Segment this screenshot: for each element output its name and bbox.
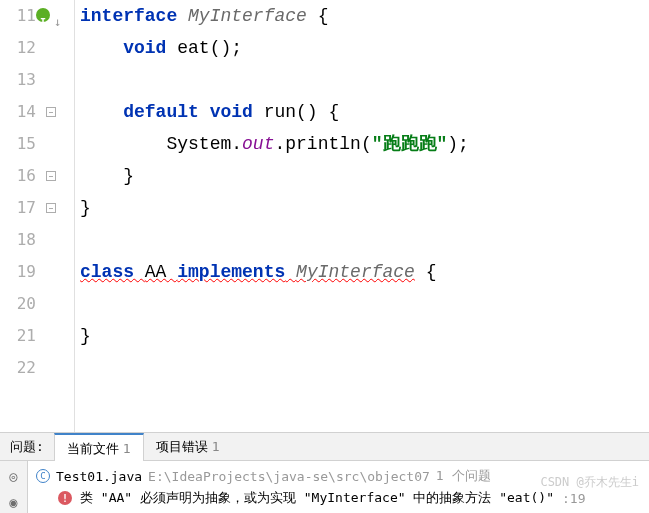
- problem-item[interactable]: ! 类 "AA" 必须声明为抽象，或为实现 "MyInterface" 中的抽象…: [36, 487, 641, 509]
- line-number: 14: [0, 96, 36, 128]
- eye-icon[interactable]: ◉: [5, 493, 23, 511]
- line-number: 20: [0, 288, 36, 320]
- problems-panel: 问题: 当前文件1 项目错误1 ◎ ◉ C Test01.java E:\Ide…: [0, 432, 649, 513]
- problems-label: 问题:: [0, 438, 54, 456]
- tab-project-errors[interactable]: 项目错误1: [144, 433, 232, 461]
- line-number: 13: [0, 64, 36, 96]
- file-name: Test01.java: [56, 469, 142, 484]
- line-number: 17: [0, 192, 36, 224]
- line-number: 19: [0, 256, 36, 288]
- error-location: :19: [562, 491, 585, 506]
- problem-file-row[interactable]: C Test01.java E:\IdeaProjects\java-se\sr…: [36, 465, 641, 487]
- problem-count: 1 个问题: [436, 467, 491, 485]
- target-icon[interactable]: ◎: [5, 467, 23, 485]
- gutter: 11↓ 12 13 14 15 16 17 18 19 20 21 22: [0, 0, 50, 432]
- tool-column: ◎ ◉: [0, 461, 28, 513]
- line-number: 18: [0, 224, 36, 256]
- code-editor[interactable]: 11↓ 12 13 14 15 16 17 18 19 20 21 22 int…: [0, 0, 649, 432]
- implements-icon[interactable]: [36, 8, 50, 22]
- problems-tabs: 问题: 当前文件1 项目错误1: [0, 433, 649, 461]
- code-area[interactable]: interface MyInterface { void eat(); defa…: [50, 0, 649, 432]
- line-number: 21: [0, 320, 36, 352]
- error-icon: !: [58, 491, 72, 505]
- line-number: 11↓: [0, 0, 36, 32]
- tab-current-file[interactable]: 当前文件1: [54, 433, 144, 461]
- line-number: 15: [0, 128, 36, 160]
- line-number: 12: [0, 32, 36, 64]
- error-message: 类 "AA" 必须声明为抽象，或为实现 "MyInterface" 中的抽象方法…: [80, 489, 554, 507]
- line-number: 22: [0, 352, 36, 384]
- java-file-icon: C: [36, 469, 50, 483]
- file-path: E:\IdeaProjects\java-se\src\object07: [148, 469, 430, 484]
- line-number: 16: [0, 160, 36, 192]
